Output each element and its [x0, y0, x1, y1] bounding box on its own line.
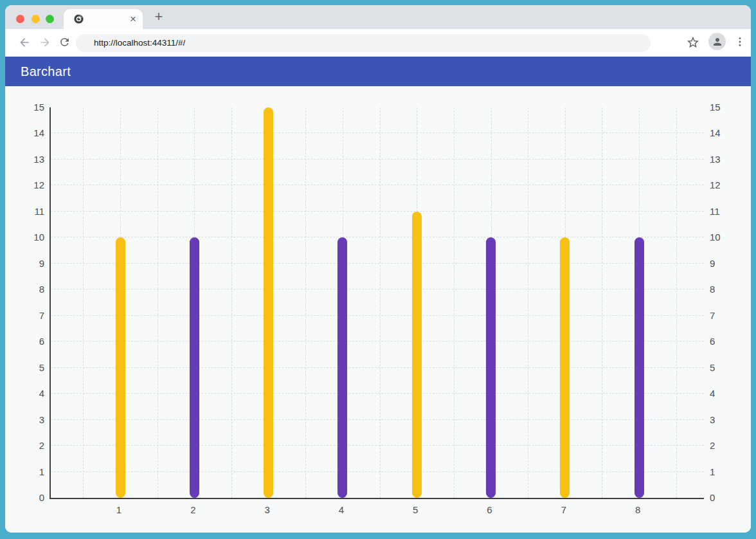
bar-3[interactable]	[264, 107, 273, 498]
v-gridline	[305, 107, 306, 498]
x-axis-label: 8	[618, 504, 657, 516]
y-axis-label-right: 3	[710, 414, 735, 426]
h-gridline	[51, 367, 704, 368]
y-axis-label-right: 6	[710, 335, 735, 348]
bar-6[interactable]	[486, 237, 496, 498]
x-axis-label: 5	[396, 504, 435, 516]
y-axis-label-right: 11	[710, 205, 735, 218]
h-gridline	[51, 393, 704, 394]
h-gridline	[51, 185, 704, 185]
url-bar[interactable]: http://localhost:44311/#/	[76, 34, 651, 52]
forward-arrow-icon[interactable]	[39, 36, 51, 49]
tab-strip: × +	[5, 5, 751, 30]
h-gridline	[51, 315, 704, 316]
browser-tab[interactable]: ×	[64, 9, 143, 30]
bar-5[interactable]	[412, 212, 422, 498]
browser-window: × + http://localhost:44311/#/	[5, 5, 751, 533]
y-axis-label-left: 11	[22, 205, 44, 218]
bar-4[interactable]	[338, 237, 347, 498]
v-gridline	[676, 107, 677, 498]
y-axis-label-right: 4	[710, 387, 735, 400]
h-gridline	[51, 132, 704, 133]
y-axis-label-right: 2	[710, 439, 735, 452]
y-axis-label-right: 0	[710, 491, 735, 504]
v-gridline	[602, 107, 602, 498]
chrome-logo-icon	[73, 14, 84, 24]
refresh-icon[interactable]	[59, 36, 71, 49]
bar-1[interactable]	[116, 237, 125, 498]
v-gridline	[380, 107, 381, 498]
h-gridline	[51, 289, 704, 289]
v-gridline	[528, 107, 528, 498]
bar-8[interactable]	[634, 237, 644, 498]
page-title: Barchart	[21, 64, 71, 79]
x-axis-label: 3	[248, 504, 287, 516]
v-gridline	[83, 107, 84, 498]
y-axis-label-left: 15	[22, 101, 44, 114]
tab-close-icon[interactable]: ×	[130, 12, 136, 27]
maximize-window-button[interactable]	[46, 15, 54, 23]
minimize-window-button[interactable]	[32, 15, 40, 23]
y-axis-label-right: 10	[710, 231, 735, 244]
bar-7[interactable]	[560, 237, 570, 498]
y-axis-label-right: 5	[710, 361, 735, 374]
y-axis-label-left: 5	[22, 361, 44, 374]
url-text[interactable]: http://localhost:44311/#/	[94, 34, 185, 52]
y-axis-label-left: 9	[22, 257, 44, 270]
h-gridline	[51, 263, 704, 264]
y-axis-label-left: 7	[22, 309, 44, 322]
y-axis-label-right: 9	[710, 257, 735, 270]
y-axis-label-left: 6	[22, 335, 44, 348]
browser-toolbar: http://localhost:44311/#/	[5, 29, 751, 57]
overflow-menu-icon[interactable]	[734, 35, 748, 49]
close-window-button[interactable]	[16, 15, 24, 23]
h-gridline	[51, 445, 704, 446]
y-axis-label-left: 3	[22, 414, 44, 426]
y-axis-label-left: 10	[22, 231, 44, 244]
x-axis-label: 2	[174, 504, 212, 516]
h-gridline	[51, 419, 704, 420]
y-axis-label-left: 2	[22, 439, 44, 452]
x-axis-label: 1	[100, 504, 138, 516]
x-axis-label: 6	[471, 504, 509, 516]
new-tab-button[interactable]: +	[149, 7, 168, 28]
y-axis-label-left: 8	[22, 283, 44, 296]
bookmark-star-icon[interactable]	[686, 35, 700, 50]
h-gridline	[51, 237, 704, 237]
y-axis-label-right: 14	[710, 127, 735, 140]
h-gridline	[51, 471, 704, 472]
y-axis-label-left: 4	[22, 387, 44, 400]
y-axis-label-right: 12	[710, 179, 735, 192]
y-axis-label-right: 13	[710, 153, 735, 166]
y-axis-label-left: 14	[22, 127, 44, 140]
y-axis-label-right: 1	[710, 466, 735, 479]
y-axis-label-left: 1	[22, 466, 44, 479]
x-axis-label: 7	[544, 504, 583, 516]
chart-region: 0011223344556677889910101111121213131414…	[5, 86, 751, 533]
v-gridline	[454, 107, 455, 498]
y-axis-label-left: 13	[22, 153, 44, 166]
y-axis-label-right: 7	[710, 309, 735, 322]
profile-avatar[interactable]	[708, 33, 726, 50]
v-gridline	[231, 107, 232, 498]
v-gridline	[158, 107, 158, 498]
bar-2[interactable]	[190, 237, 199, 498]
h-gridline	[51, 159, 704, 160]
y-axis-label-right: 8	[710, 283, 735, 296]
h-gridline	[51, 211, 704, 212]
h-gridline	[51, 341, 704, 342]
y-axis-label-right: 15	[710, 101, 735, 114]
x-axis-label: 4	[322, 504, 361, 516]
app-header: Barchart	[5, 57, 751, 86]
bar-chart-plot-area	[50, 107, 704, 499]
back-arrow-icon[interactable]	[18, 36, 31, 49]
y-axis-label-left: 0	[22, 491, 44, 504]
y-axis-label-left: 12	[22, 179, 44, 192]
